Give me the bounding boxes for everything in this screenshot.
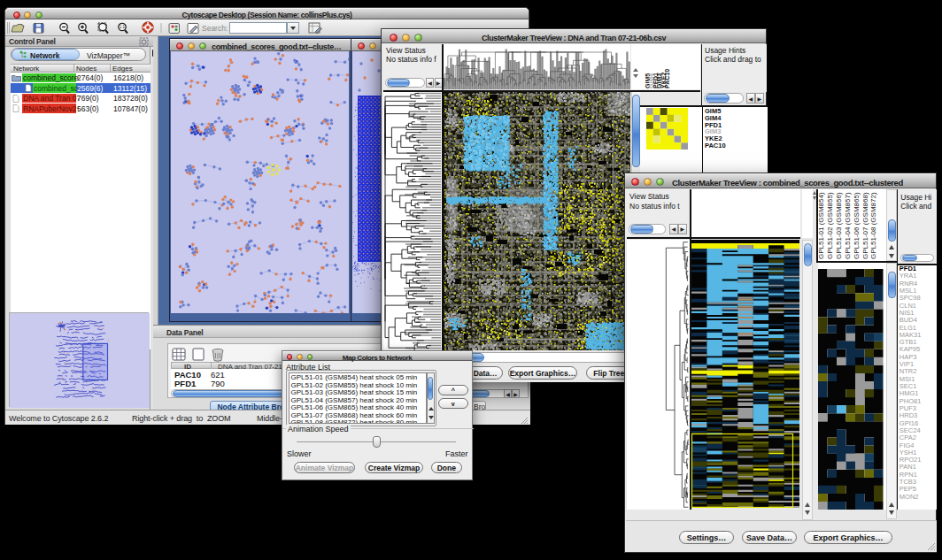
svg-text:1:1: 1:1 [120, 25, 126, 29]
